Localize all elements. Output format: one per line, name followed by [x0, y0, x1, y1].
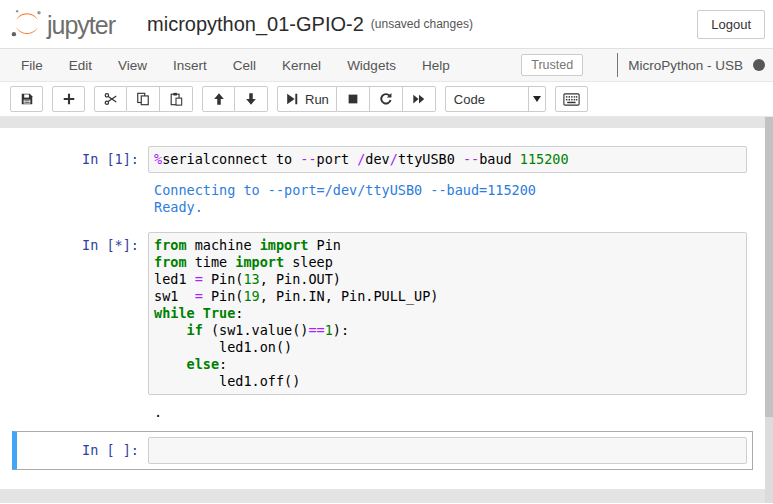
output-area: . [22, 395, 747, 425]
trusted-badge[interactable]: Trusted [521, 54, 583, 76]
scrollbar-track[interactable] [765, 117, 773, 503]
kernel-busy-indicator-icon [753, 59, 765, 71]
menu-item-widgets[interactable]: Widgets [334, 50, 409, 81]
cell-type-value: Code [454, 92, 485, 107]
code-input-area[interactable]: from machine import Pinfrom time import … [148, 232, 747, 395]
logo-text: jupyter [47, 10, 115, 40]
toolbar: Run Code [0, 82, 773, 117]
menu-item-view[interactable]: View [105, 50, 160, 81]
menu-items: FileEditViewInsertCellKernelWidgetsHelp [8, 50, 463, 81]
paste-cells-button[interactable] [160, 86, 193, 112]
output-area: Connecting to --port=/dev/ttyUSB0 --baud… [22, 173, 747, 220]
restart-kernel-button[interactable] [370, 86, 403, 112]
notebook-site: In [1]:%serialconnect to --port /dev/tty… [0, 117, 773, 503]
stream-output-text: . [148, 404, 162, 421]
stream-output-text: Connecting to --port=/dev/ttyUSB0 --baud… [148, 182, 536, 216]
menu-item-kernel[interactable]: Kernel [269, 50, 334, 81]
logout-button[interactable]: Logout [697, 10, 765, 39]
restart-run-all-button[interactable] [403, 86, 436, 112]
menubar: FileEditViewInsertCellKernelWidgetsHelp … [0, 49, 773, 82]
menu-item-insert[interactable]: Insert [160, 50, 220, 81]
keyboard-icon [563, 93, 580, 106]
copy-cells-button[interactable] [127, 86, 160, 112]
move-cell-up-button[interactable] [202, 86, 235, 112]
arrow-down-icon [244, 92, 258, 106]
kernel-name: MicroPython - USB [628, 58, 743, 73]
code-cell[interactable]: In [1]:%serialconnect to --port /dev/tty… [12, 140, 753, 226]
menubar-right: Trusted MicroPython - USB [521, 53, 773, 77]
plus-icon [62, 92, 76, 106]
code-editor[interactable] [154, 442, 741, 459]
checkpoint-status: (unsaved changes) [371, 17, 473, 31]
menu-item-file[interactable]: File [8, 50, 56, 81]
input-prompt: In [1]: [22, 146, 148, 173]
code-editor[interactable]: %serialconnect to --port /dev/ttyUSB0 --… [154, 151, 741, 168]
notebook-title[interactable]: micropython_01-GPIO-2 [147, 13, 364, 36]
save-button[interactable] [10, 86, 43, 112]
notebook-container: In [1]:%serialconnect to --port /dev/tty… [0, 128, 765, 489]
paste-icon [169, 92, 183, 106]
interrupt-kernel-button[interactable] [337, 86, 370, 112]
stop-icon [346, 92, 360, 106]
run-button[interactable]: Run [277, 86, 337, 112]
code-input-area[interactable] [148, 437, 747, 464]
input-prompt: In [ ]: [22, 437, 148, 464]
output-prompt [22, 182, 148, 216]
code-input-area[interactable]: %serialconnect to --port /dev/ttyUSB0 --… [148, 146, 747, 173]
header: jupyter micropython_01-GPIO-2 (unsaved c… [0, 0, 773, 49]
move-cell-down-button[interactable] [235, 86, 268, 112]
code-cell[interactable]: In [*]:from machine import Pinfrom time … [12, 226, 753, 431]
select-dropdown-arrow-icon [528, 87, 545, 111]
insert-cell-below-button[interactable] [52, 86, 85, 112]
kernel-divider [617, 53, 618, 77]
restart-icon [379, 92, 393, 106]
scissors-icon [104, 92, 118, 106]
menu-item-help[interactable]: Help [409, 50, 463, 81]
menu-item-cell[interactable]: Cell [220, 50, 269, 81]
input-prompt: In [*]: [22, 232, 148, 395]
save-icon [20, 92, 34, 106]
copy-icon [136, 92, 150, 106]
cut-cells-button[interactable] [94, 86, 127, 112]
arrow-up-icon [212, 92, 226, 106]
cell-type-select[interactable]: Code [445, 86, 546, 112]
code-cell-selected[interactable]: In [ ]: [12, 431, 753, 470]
jupyter-logo[interactable]: jupyter [10, 8, 115, 40]
menu-item-edit[interactable]: Edit [56, 50, 105, 81]
scrollbar-thumb[interactable] [765, 117, 773, 417]
command-palette-button[interactable] [555, 86, 588, 112]
fast-forward-icon [412, 92, 426, 106]
output-prompt [22, 404, 148, 421]
code-editor[interactable]: from machine import Pinfrom time import … [154, 237, 741, 390]
run-button-label: Run [305, 92, 329, 107]
run-icon [285, 92, 299, 106]
jupyter-logo-icon [10, 8, 44, 40]
